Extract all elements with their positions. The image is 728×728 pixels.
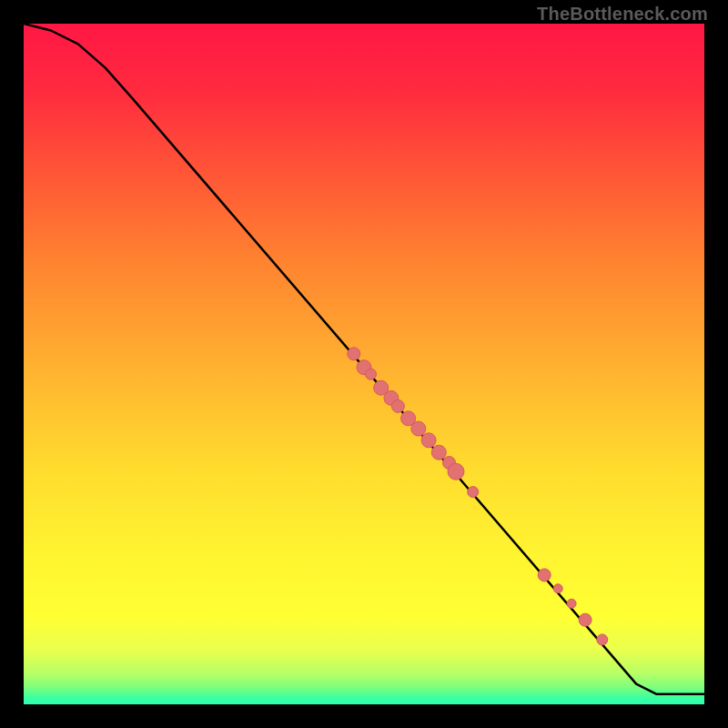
data-point bbox=[421, 433, 436, 448]
data-point bbox=[348, 348, 360, 360]
data-point bbox=[431, 445, 446, 460]
data-point bbox=[366, 369, 377, 379]
data-point bbox=[567, 599, 576, 608]
data-point bbox=[468, 487, 479, 498]
chart-stage: TheBottleneck.com bbox=[0, 0, 728, 728]
data-point bbox=[553, 584, 562, 593]
data-point bbox=[411, 421, 426, 436]
watermark-text: TheBottleneck.com bbox=[537, 4, 708, 25]
data-point bbox=[538, 569, 551, 581]
data-point bbox=[391, 399, 404, 412]
data-point bbox=[597, 634, 608, 645]
data-point bbox=[579, 613, 592, 626]
data-point bbox=[448, 463, 464, 480]
bottleneck-chart bbox=[0, 0, 728, 728]
